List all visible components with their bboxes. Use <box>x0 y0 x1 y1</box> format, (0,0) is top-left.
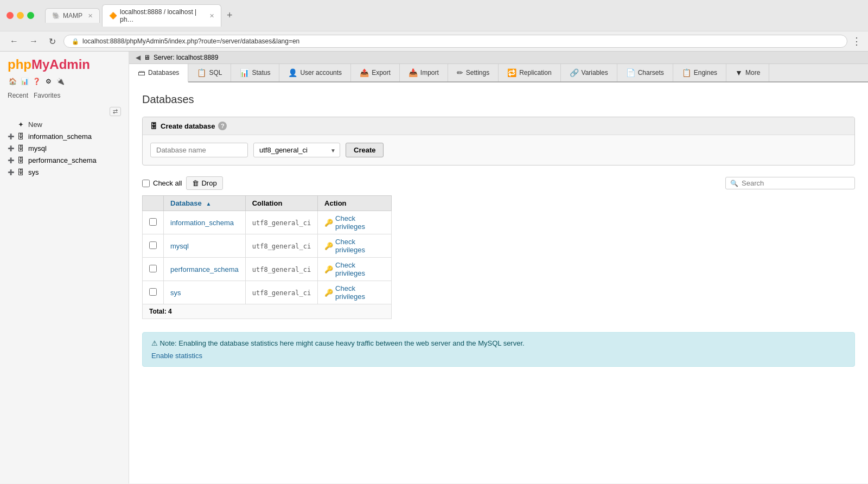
row-checkbox-cell <box>143 234 164 258</box>
db-icon-info: 🗄 <box>16 132 25 141</box>
nav-tab-more[interactable]: ▼ More <box>726 64 769 81</box>
db-icon-mysql: 🗄 <box>16 144 25 152</box>
back-button[interactable]: ← <box>7 35 22 47</box>
database-name-input[interactable] <box>150 143 248 157</box>
replication-tab-icon: 🔁 <box>507 68 516 77</box>
check-privileges-3[interactable]: 🔑 Check privileges <box>324 284 385 301</box>
logo-my: My <box>31 57 49 72</box>
check-all-label[interactable]: Check all <box>153 179 182 187</box>
create-database-button[interactable]: Create <box>346 143 384 157</box>
help-icon[interactable]: ❓ <box>31 77 41 86</box>
tab-close-phpmyadmin[interactable]: ✕ <box>209 12 214 20</box>
sidebar-item-mysql[interactable]: ➕ 🗄 mysql <box>0 142 129 154</box>
toolbar: Check all 🗑 Drop 🔍 <box>142 176 855 190</box>
nav-tab-databases[interactable]: 🗃 Databases <box>129 64 188 82</box>
nav-tab-label-sql: SQL <box>209 69 222 77</box>
collation-value-2: utf8_general_ci <box>252 266 311 273</box>
sidebar-tab-favorites[interactable]: Favorites <box>34 91 60 100</box>
stats-icon[interactable]: 📊 <box>20 77 29 86</box>
url-bar[interactable]: 🔒 localhost:8888/phpMyAdmin5/index.php?r… <box>63 35 847 48</box>
nav-tab-engines[interactable]: 📋 Engines <box>673 64 726 81</box>
sidebar-tab-recent[interactable]: Recent <box>8 91 28 100</box>
row-db-name-cell: information_schema <box>164 211 246 234</box>
row-checkbox-0[interactable] <box>149 218 157 226</box>
expand-icon-mysql: ➕ <box>8 145 13 151</box>
plugin-icon[interactable]: 🔌 <box>55 77 65 86</box>
privileges-icon-2: 🔑 <box>324 265 333 273</box>
table-row: information_schema utf8_general_ci 🔑 Che… <box>143 211 392 234</box>
close-window-btn[interactable] <box>7 12 14 19</box>
tab-label-phpmyadmin: localhost:8888 / localhost | ph… <box>120 8 204 23</box>
search-wrapper: 🔍 <box>725 177 855 189</box>
collation-wrapper: utf8_general_ci ▼ <box>253 143 340 157</box>
db-link-2[interactable]: performance_schema <box>170 265 239 273</box>
nav-tab-sql[interactable]: 📋 SQL <box>188 64 231 81</box>
settings-icon[interactable]: ⚙ <box>43 77 53 86</box>
sidebar-item-performance-schema[interactable]: ➕ 🗄 performance_schema <box>0 154 129 166</box>
nav-tab-label-status: Status <box>252 69 270 77</box>
home-icon[interactable]: 🏠 <box>8 77 17 86</box>
maximize-window-btn[interactable] <box>27 12 34 19</box>
db-link-1[interactable]: mysql <box>170 242 189 250</box>
status-tab-icon: 📊 <box>240 68 249 77</box>
app-container: phpMyAdmin 🏠 📊 ❓ ⚙ 🔌 Recent Favorites ⇄ … <box>0 52 868 483</box>
row-checkbox-2[interactable] <box>149 265 157 272</box>
content-area: Databases 🗄 Create database ? utf8_gener… <box>129 82 868 483</box>
nav-tab-user-accounts[interactable]: 👤 User accounts <box>279 64 351 81</box>
new-tab-button[interactable]: + <box>224 10 236 21</box>
sidebar-tab-bar: Recent Favorites <box>0 91 129 105</box>
nav-tab-export[interactable]: 📤 Export <box>351 64 400 81</box>
row-db-name-cell: performance_schema <box>164 258 246 281</box>
browser-menu-button[interactable]: ⋮ <box>852 35 861 47</box>
search-input[interactable] <box>742 179 850 187</box>
expand-icon-info: ➕ <box>8 133 13 139</box>
check-privileges-1[interactable]: 🔑 Check privileges <box>324 238 385 254</box>
sidebar-item-information-schema[interactable]: ➕ 🗄 information_schema <box>0 130 129 142</box>
minimize-window-btn[interactable] <box>17 12 24 19</box>
db-link-3[interactable]: sys <box>170 289 181 297</box>
nav-tab-variables[interactable]: 🔗 Variables <box>561 64 617 81</box>
sidebar-logo: phpMyAdmin <box>0 52 129 77</box>
nav-tab-settings[interactable]: ✏ Settings <box>448 64 499 81</box>
server-bar-collapse[interactable]: ◀ <box>136 54 141 61</box>
tab-close-mamp[interactable]: ✕ <box>88 12 93 20</box>
drop-button[interactable]: 🗑 Drop <box>186 176 222 190</box>
nav-tab-label-replication: Replication <box>519 69 551 77</box>
row-checkbox-3[interactable] <box>149 288 157 296</box>
sidebar-collapse-button[interactable]: ⇄ <box>110 107 121 116</box>
collation-value-1: utf8_general_ci <box>252 243 311 250</box>
server-bar: ◀ 🖥 Server: localhost:8889 <box>129 52 868 64</box>
note-text: ⚠ Note: Enabling the database statistics… <box>151 339 846 347</box>
tab-phpmyadmin[interactable]: 🔶 localhost:8888 / localhost | ph… ✕ <box>102 4 221 27</box>
nav-tab-status[interactable]: 📊 Status <box>231 64 279 81</box>
nav-tab-label-export: Export <box>372 69 391 77</box>
check-all-checkbox[interactable] <box>142 180 150 187</box>
forward-button[interactable]: → <box>26 35 41 47</box>
table-header-action: Action <box>318 196 392 211</box>
table-header-collation: Collation <box>245 196 317 211</box>
table-row: performance_schema utf8_general_ci 🔑 Che… <box>143 258 392 281</box>
sidebar: phpMyAdmin 🏠 📊 ❓ ⚙ 🔌 Recent Favorites ⇄ … <box>0 52 129 483</box>
sidebar-item-new[interactable]: ✦ New <box>0 118 129 130</box>
check-privileges-0[interactable]: 🔑 Check privileges <box>324 214 385 231</box>
browser-chrome: 🐘 MAMP ✕ 🔶 localhost:8888 / localhost | … <box>0 0 868 52</box>
table-header-database[interactable]: Database ▲ <box>164 196 246 211</box>
nav-tab-charsets[interactable]: 📄 Charsets <box>617 64 673 81</box>
user-accounts-tab-icon: 👤 <box>288 68 297 77</box>
row-action-cell: 🔑 Check privileges <box>318 234 392 258</box>
table-total: Total: 4 <box>143 304 392 319</box>
nav-tab-label-settings: Settings <box>466 69 489 77</box>
db-link-0[interactable]: information_schema <box>170 219 234 227</box>
row-checkbox-1[interactable] <box>149 241 157 249</box>
create-db-help-icon[interactable]: ? <box>218 122 227 130</box>
collation-select[interactable]: utf8_general_ci <box>253 143 340 157</box>
enable-statistics-link[interactable]: Enable statistics <box>151 352 202 360</box>
check-privileges-2[interactable]: 🔑 Check privileges <box>324 261 385 277</box>
nav-tab-replication[interactable]: 🔁 Replication <box>499 64 560 81</box>
lock-icon: 🔒 <box>72 38 79 45</box>
reload-button[interactable]: ↻ <box>46 35 59 48</box>
tab-mamp[interactable]: 🐘 MAMP ✕ <box>45 8 100 23</box>
nav-tab-import[interactable]: 📥 Import <box>400 64 448 81</box>
sidebar-item-sys[interactable]: ➕ 🗄 sys <box>0 166 129 178</box>
create-db-title: Create database <box>161 122 215 130</box>
